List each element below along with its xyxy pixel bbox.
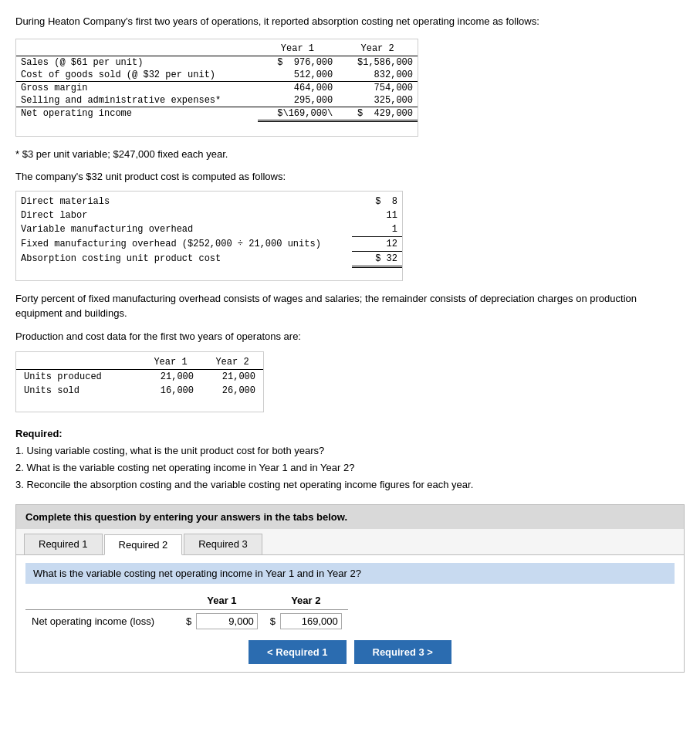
cost-label-dm: Direct materials: [16, 195, 352, 208]
income-y2-sales: $1,586,000: [337, 56, 418, 69]
prod-label-produced: Units produced: [16, 370, 140, 385]
income-y2-sga: 325,000: [337, 94, 418, 107]
answer-header-year2: Year 2: [264, 592, 348, 610]
cost-row-fmoh: Fixed manufacturing overhead ($252,000 ÷…: [16, 236, 402, 251]
income-label-cogs: Cost of goods sold (@ $32 per unit): [16, 69, 258, 82]
income-header-label: [16, 42, 258, 56]
answer-header-year1: Year 1: [180, 592, 264, 610]
cost-row-total: Absorption costing unit product cost $ 3…: [16, 251, 402, 266]
bottom-panel: Complete this question by entering your …: [15, 504, 685, 673]
prod-y1-sold: 16,000: [140, 384, 201, 398]
income-y2-noi: $ 429,000: [337, 107, 418, 120]
income-statement-container: Year 1 Year 2 Sales (@ $61 per unit) $ 9…: [15, 39, 418, 137]
income-header-row: Year 1 Year 2: [16, 42, 418, 56]
bottom-panel-header: Complete this question by entering your …: [16, 505, 684, 529]
income-label-sga: Selling and administrative expenses*: [16, 94, 258, 107]
unit-cost-intro: The company's $32 unit product cost is c…: [15, 169, 685, 185]
income-row-noi: Net operating income $\169,000\ $ 429,00…: [16, 107, 418, 120]
prod-row-sold: Units sold 16,000 26,000: [16, 384, 263, 398]
income-header-year1: Year 1: [258, 42, 338, 56]
answer-y1-dollar: $: [180, 610, 264, 633]
answer-table: Year 1 Year 2 Net operating income (loss…: [25, 592, 348, 632]
cost-val-dl: 11: [352, 208, 402, 222]
intro-text: During Heaton Company's first two years …: [15, 14, 685, 29]
prod-label-sold: Units sold: [16, 384, 140, 398]
cost-val-dm: $ 8: [352, 195, 402, 208]
income-header-year2: Year 2: [337, 42, 418, 56]
answer-header-row: Year 1 Year 2: [25, 592, 348, 610]
answer-label-noi: Net operating income (loss): [25, 610, 180, 633]
income-y2-gross: 754,000: [337, 81, 418, 94]
cost-val-fmoh: 12: [352, 236, 402, 251]
answer-row-noi: Net operating income (loss) $ $: [25, 610, 348, 633]
paragraph1: Forty percent of fixed manufacturing ove…: [15, 291, 685, 321]
required-item-3: 3. Reconcile the absorption costing and …: [15, 476, 685, 493]
paragraph2: Production and cost data for the first t…: [15, 329, 685, 344]
cost-row-vmoh: Variable manufacturing overhead 1: [16, 222, 402, 237]
answer-header-label: [25, 592, 180, 610]
cost-label-total: Absorption costing unit product cost: [16, 251, 352, 266]
required-title: Required:: [15, 425, 685, 442]
required-section: Required: 1. Using variable costing, wha…: [15, 425, 685, 493]
tab-required1[interactable]: Required 1: [24, 534, 103, 554]
income-row-sga: Selling and administrative expenses* 295…: [16, 94, 418, 107]
prod-y1-produced: 21,000: [140, 370, 201, 385]
answer-y2-cell: $: [264, 610, 348, 633]
footnote: * $3 per unit variable; $247,000 fixed e…: [15, 147, 685, 162]
income-y1-gross: 464,000: [258, 81, 338, 94]
prod-header-label: [16, 355, 140, 370]
income-row-sales: Sales (@ $61 per unit) $ 976,000 $1,586,…: [16, 56, 418, 69]
cost-val-total: $ 32: [352, 251, 402, 266]
cost-label-fmoh: Fixed manufacturing overhead ($252,000 ÷…: [16, 236, 352, 251]
income-label-noi: Net operating income: [16, 107, 258, 120]
nav-buttons: < Required 1 Required 3 >: [25, 640, 675, 664]
year1-input[interactable]: [196, 613, 258, 629]
tab-required2[interactable]: Required 2: [104, 534, 183, 555]
required-item-2: 2. What is the variable costing net oper…: [15, 459, 685, 476]
unit-cost-table: Direct materials $ 8 Direct labor 11 Var…: [16, 195, 402, 268]
required-item-1: 1. Using variable costing, what is the u…: [15, 442, 685, 459]
income-y2-cogs: 832,000: [337, 69, 418, 82]
income-y1-noi: $\169,000\: [258, 107, 338, 120]
prod-header-row: Year 1 Year 2: [16, 355, 263, 370]
year1-dollar-sign: $: [186, 615, 193, 627]
income-row-cogs: Cost of goods sold (@ $32 per unit) 512,…: [16, 69, 418, 82]
tab2-question: What is the variable costing net operati…: [25, 563, 675, 584]
tab-required3[interactable]: Required 3: [184, 534, 262, 554]
cost-val-vmoh: 1: [352, 222, 402, 237]
production-table: Year 1 Year 2 Units produced 21,000 21,0…: [16, 355, 263, 398]
income-row-gross: Gross margin 464,000 754,000: [16, 81, 418, 94]
prod-header-year2: Year 2: [201, 355, 263, 370]
production-container: Year 1 Year 2 Units produced 21,000 21,0…: [15, 351, 264, 412]
cost-row-dm: Direct materials $ 8: [16, 195, 402, 208]
prod-y2-sold: 26,000: [201, 384, 263, 398]
cost-label-vmoh: Variable manufacturing overhead: [16, 222, 352, 237]
year2-dollar-sign: $: [270, 615, 277, 627]
income-label-sales: Sales (@ $61 per unit): [16, 56, 258, 69]
prod-row-produced: Units produced 21,000 21,000: [16, 370, 263, 385]
income-y1-sga: 295,000: [258, 94, 338, 107]
unit-cost-container: Direct materials $ 8 Direct labor 11 Var…: [15, 191, 403, 281]
prod-y2-produced: 21,000: [201, 370, 263, 385]
income-y1-sales: $ 976,000: [258, 56, 338, 69]
cost-row-dl: Direct labor 11: [16, 208, 402, 222]
prod-header-year1: Year 1: [140, 355, 201, 370]
tab2-content: What is the variable costing net operati…: [16, 555, 684, 672]
cost-label-dl: Direct labor: [16, 208, 352, 222]
income-table: Year 1 Year 2 Sales (@ $61 per unit) $ 9…: [16, 42, 418, 122]
income-y1-cogs: 512,000: [258, 69, 338, 82]
prev-button[interactable]: < Required 1: [249, 640, 346, 664]
next-button[interactable]: Required 3 >: [354, 640, 451, 664]
income-label-gross: Gross margin: [16, 81, 258, 94]
year2-input[interactable]: [280, 613, 342, 629]
tabs-row: Required 1 Required 2 Required 3: [16, 529, 684, 555]
